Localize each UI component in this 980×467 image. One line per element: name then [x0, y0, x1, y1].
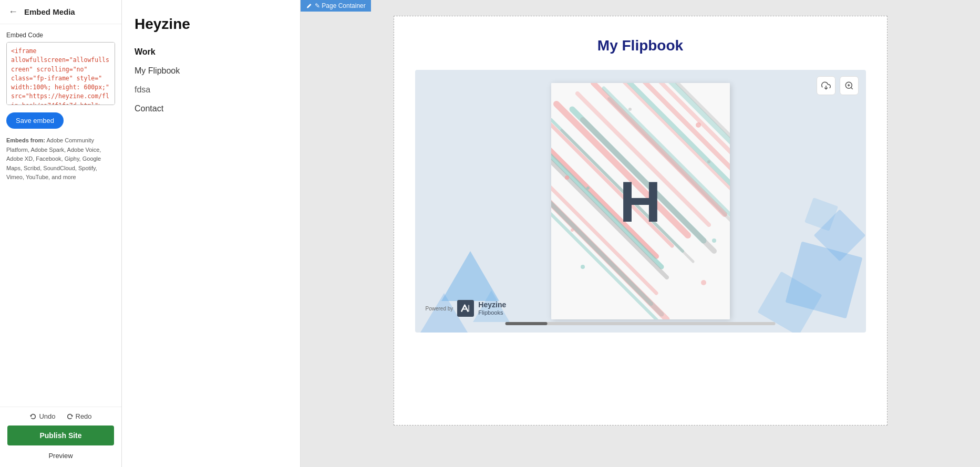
publish-site-button[interactable]: Publish Site — [7, 426, 114, 445]
nav-item-contact[interactable]: Contact — [135, 104, 287, 113]
left-panel: ← Embed Media Embed Code <iframe allowfu… — [0, 0, 122, 467]
svg-point-28 — [581, 265, 585, 269]
site-navigation: Heyzine Work My Flipbook fdsa Contact — [122, 0, 301, 467]
nav-item-flipbook[interactable]: My Flipbook — [135, 66, 287, 76]
site-title: Heyzine — [135, 16, 287, 33]
flipbook-book: H — [551, 83, 730, 319]
svg-point-24 — [565, 175, 569, 180]
main-content: Heyzine Work My Flipbook fdsa Contact ✎ … — [122, 0, 980, 467]
preview-button[interactable]: Preview — [7, 450, 114, 462]
page-content-area: My Flipbook — [394, 16, 888, 426]
scrollbar-thumb — [505, 322, 547, 325]
embeds-from-text: Embeds from: Adobe Community Platform, A… — [6, 136, 115, 182]
page-heading: My Flipbook — [415, 37, 866, 54]
undo-button[interactable]: Undo — [29, 412, 55, 420]
svg-rect-39 — [468, 305, 469, 312]
svg-point-29 — [701, 280, 706, 285]
hz-logo-text: Heyzine Flipbooks — [478, 301, 506, 315]
h-letter: H — [620, 168, 661, 235]
nav-item-fdsa[interactable]: fdsa — [135, 85, 287, 95]
panel-header: ← Embed Media — [0, 0, 121, 24]
page-editor: ✎ Page Container My Flipbook — [301, 0, 980, 467]
zoom-in-icon — [844, 81, 854, 90]
heyzine-brand-name: Heyzine — [478, 301, 506, 309]
panel-footer: Undo Redo Publish Site Preview — [0, 407, 121, 467]
nav-item-work[interactable]: Work — [135, 47, 287, 57]
embed-code-label: Embed Code — [6, 32, 115, 39]
powered-by: Powered by Heyzine Flipbooks — [426, 300, 507, 317]
flipbook-wrapper: H — [415, 70, 866, 333]
heyzine-icon — [457, 300, 474, 317]
nav-list: Work My Flipbook fdsa Contact — [135, 47, 287, 113]
undo-icon — [29, 413, 37, 420]
embeds-from-label: Embeds from: — [6, 137, 45, 143]
svg-point-30 — [628, 108, 632, 111]
embed-code-textarea[interactable]: <iframe allowfullscreen="allowfullscreen… — [6, 42, 115, 105]
cloud-download-icon — [821, 81, 831, 90]
powered-by-text: Powered by — [426, 306, 453, 312]
svg-line-35 — [851, 87, 852, 89]
svg-point-32 — [712, 238, 716, 243]
zoom-button[interactable] — [840, 76, 859, 95]
page-container-label: ✎ Page Container — [301, 0, 371, 12]
embeds-from-list: Adobe Community Platform, Adobe Spark, A… — [6, 137, 101, 180]
redo-button[interactable]: Redo — [66, 412, 92, 420]
svg-point-26 — [696, 122, 701, 128]
panel-title: Embed Media — [24, 7, 75, 16]
pencil-icon — [306, 3, 312, 9]
svg-rect-38 — [457, 300, 474, 317]
flipbook-controls — [817, 76, 859, 95]
svg-point-31 — [571, 229, 574, 232]
redo-icon — [66, 413, 74, 420]
svg-point-27 — [707, 160, 710, 163]
powered-by-label: Powered by — [426, 306, 453, 312]
svg-point-25 — [586, 186, 590, 190]
undo-redo-row: Undo Redo — [7, 412, 114, 420]
flipbook-scrollbar[interactable] — [505, 322, 776, 325]
back-button[interactable]: ← — [6, 5, 20, 18]
heyzine-brand-sub: Flipbooks — [478, 309, 506, 316]
save-embed-button[interactable]: Save embed — [6, 112, 64, 129]
panel-body: Embed Code <iframe allowfullscreen="allo… — [0, 24, 121, 407]
download-button[interactable] — [817, 76, 835, 95]
